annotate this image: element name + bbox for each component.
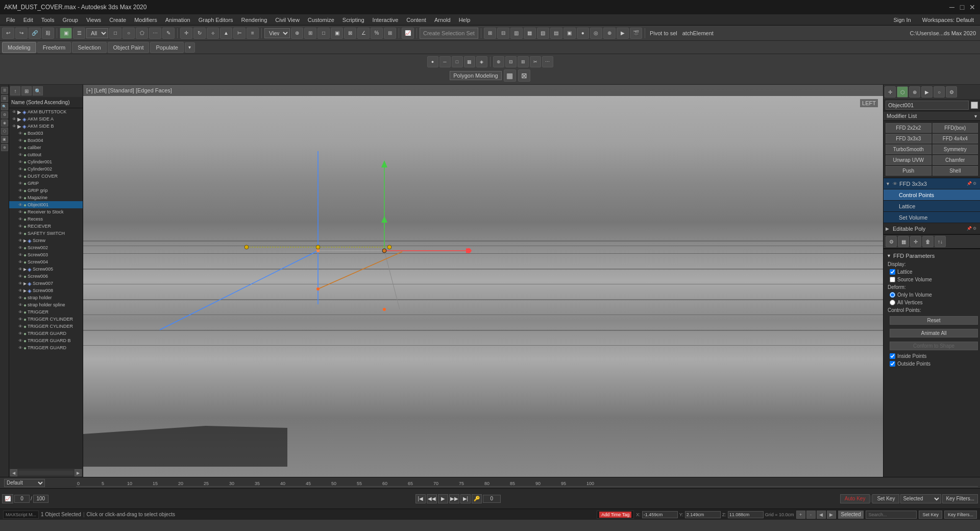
scene-item-trigger-guard2[interactable]: 👁 ● TRIGGER GUARD [9, 344, 83, 351]
mod-stack-add-btn[interactable]: ✛ [910, 236, 921, 247]
modify-tab-btn[interactable]: ⬡ [897, 86, 908, 98]
poly-btn5[interactable]: ⋯ [542, 56, 553, 67]
open-mini-curve-editor-btn[interactable]: 📈 [2, 494, 13, 503]
scene-item-recess[interactable]: 👁 ● Recess [9, 215, 83, 223]
scene-item-trigger-cylinder[interactable]: 👁 ● TRIGGER CYLINDER [9, 316, 83, 323]
scene-item-cylinder001[interactable]: 👁 ● Cylinder001 [9, 158, 83, 165]
tab-freeform[interactable]: Freeform [37, 42, 71, 53]
lasso-select-button[interactable]: ⋯ [149, 28, 161, 39]
align-button[interactable]: ≡ [247, 28, 259, 39]
scene-item-screw007[interactable]: 👁 ▶ ◈ Screw007 [9, 280, 83, 287]
tab-selection[interactable]: Selection [72, 42, 106, 53]
mod-chamfer[interactable]: Chamfer [933, 155, 978, 165]
z-coord-input[interactable]: 11.088cm [728, 511, 764, 518]
mod-ffd4x4x4[interactable]: FFD 4x4x4 [933, 134, 978, 143]
link-button[interactable]: 🔗 [29, 28, 41, 39]
workspace-label[interactable]: Workspaces: Default [918, 16, 978, 24]
key-filters-bottom-btn[interactable]: Key Filters... [944, 511, 977, 519]
tab-populate[interactable]: Populate [150, 42, 183, 53]
percent-snap-button[interactable]: % [371, 28, 383, 39]
render-frame-btn[interactable]: ▶ [617, 28, 629, 39]
tab-modeling[interactable]: Modeling [2, 42, 36, 53]
rect-select-button[interactable]: □ [109, 28, 121, 39]
fence-select-button[interactable]: ⬠ [136, 28, 148, 39]
layout-btn5[interactable]: ▧ [537, 28, 549, 39]
scene-item-screw002[interactable]: 👁 ● Screw002 [9, 244, 83, 251]
angle-snap-button[interactable]: ∠ [357, 28, 370, 39]
layout-btn4[interactable]: ▦ [524, 28, 536, 39]
paint-select-button[interactable]: ✎ [162, 28, 175, 39]
poly-element-btn[interactable]: ◈ [476, 56, 487, 67]
x-coord-input[interactable]: -1.459cm [642, 511, 678, 518]
scene-item-trigger-guard-b[interactable]: 👁 ● TRIGGER GUARD B [9, 337, 83, 344]
scene-icon-3[interactable]: 🔍 [1, 103, 8, 110]
menu-modifiers[interactable]: Modifiers [130, 16, 161, 24]
inside-points-checkbox[interactable] [890, 353, 895, 359]
menu-views[interactable]: Views [82, 16, 105, 24]
scene-icon-8[interactable]: ⊕ [1, 144, 8, 151]
scene-item-screw[interactable]: 👁 ▶ ◈ Screw [9, 237, 83, 244]
view-btn1[interactable]: ⊕ [291, 28, 303, 39]
conform-to-shape-button[interactable]: Conform to Shape [890, 342, 978, 350]
mod-ffd3x3x3[interactable]: FFD 3x3x3 [886, 134, 932, 143]
all-vertices-radio[interactable] [890, 300, 895, 305]
selected-dropdown[interactable]: Selected [900, 494, 941, 503]
mod-unwrap-uvw[interactable]: Unwrap UVW [886, 155, 932, 165]
reset-button[interactable]: Reset [890, 316, 978, 325]
go-to-end-btn[interactable]: ▶| [460, 494, 471, 503]
scene-icon-2[interactable]: ⊞ [1, 95, 8, 102]
select-scale-button[interactable]: ⟡ [207, 28, 219, 39]
maxscript-mini-btn[interactable]: MAXScript M... [3, 511, 39, 519]
modifier-list-label[interactable]: Modifier List ▾ [884, 111, 980, 121]
poly-btn4[interactable]: ✂ [530, 56, 541, 67]
menu-edit[interactable]: Edit [19, 16, 37, 24]
source-volume-checkbox[interactable] [890, 277, 895, 282]
menu-group[interactable]: Group [58, 16, 82, 24]
view-btn2[interactable]: ⊞ [304, 28, 316, 39]
utilities-tab-btn[interactable]: ⚙ [946, 86, 957, 98]
scene-item-akm-buttstock[interactable]: 👁 ▶ ◈ AKM BUTTSTOCK [9, 108, 83, 115]
add-time-tag-btn[interactable]: Add Time Tag [599, 512, 631, 518]
layout-btn1[interactable]: ⊞ [484, 28, 496, 39]
scene-icon-6[interactable]: ⬡ [1, 128, 8, 135]
scene-item-strap-holder[interactable]: 👁 ● strap holder [9, 294, 83, 301]
filter-dropdown[interactable]: All [86, 28, 108, 38]
current-frame-input[interactable] [14, 495, 30, 503]
mod-stack-editable-poly[interactable]: ▶ Editable Poly 📌 ⚙ [884, 223, 980, 234]
animate-all-button[interactable]: Animate All [890, 329, 978, 337]
poly-btn1[interactable]: ⊕ [493, 56, 504, 67]
select-rotate-button[interactable]: ↻ [193, 28, 206, 39]
unlink-button[interactable]: ⛓ [42, 28, 54, 39]
scene-item-screw008[interactable]: 👁 ▶ ◈ Screw008 [9, 287, 83, 294]
menu-rendering[interactable]: Rendering [237, 16, 272, 24]
menu-tools[interactable]: Tools [37, 16, 59, 24]
maximize-icon[interactable]: □ [959, 4, 966, 11]
poly-vertex-btn[interactable]: ● [427, 56, 438, 67]
set-key-button[interactable]: Set Key [872, 494, 899, 503]
scene-item-trigger[interactable]: 👁 ● TRIGGER [9, 308, 83, 316]
y-coord-input[interactable]: 2.149cm [685, 511, 721, 518]
layout-btn2[interactable]: ⊟ [497, 28, 509, 39]
scene-item-reciever[interactable]: 👁 ● RECIEVER [9, 223, 83, 230]
mod-ffdbox[interactable]: FFD(box) [933, 123, 978, 133]
mod-ffd2x2x2[interactable]: FFD 2x2x2 [886, 123, 932, 133]
modifier-icon2[interactable]: ⊠ [518, 69, 530, 82]
list-scroll-right[interactable]: ▶ [75, 469, 82, 476]
mod-stack-settings-btn[interactable]: ⚙ [886, 236, 897, 247]
view-btn-left[interactable]: ◀ [817, 511, 826, 519]
menu-scripting[interactable]: Scripting [338, 16, 369, 24]
polygon-modeling-dropdown[interactable]: Polygon Modeling [450, 71, 501, 80]
mod-stack-delete-btn[interactable]: 🗑 [922, 236, 934, 247]
zoom-out-btn[interactable]: - [806, 511, 816, 519]
scene-icon-1[interactable]: ☰ [1, 87, 8, 94]
object-name-input[interactable]: Object001 [886, 101, 969, 110]
key-filters-button[interactable]: Key Filters... [942, 494, 978, 503]
scene-item-object001[interactable]: 👁 ● Object001 [9, 201, 83, 208]
lattice-checkbox[interactable] [890, 269, 895, 275]
default-dropdown[interactable]: Default [4, 479, 45, 487]
undo-button[interactable]: ↩ [2, 28, 14, 39]
list-scroll-left[interactable]: ◀ [10, 469, 17, 476]
scene-item-caliber[interactable]: 👁 ● caliber [9, 144, 83, 151]
scene-sort-btn[interactable]: ↑ [10, 86, 20, 95]
create-tab-btn[interactable]: ✛ [885, 86, 896, 98]
